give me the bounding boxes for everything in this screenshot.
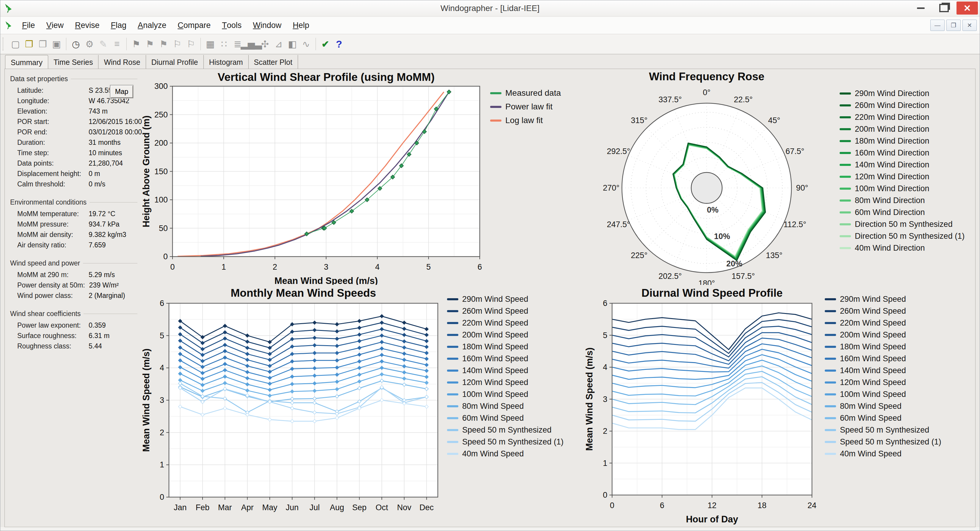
property-label: Surface roughness: [17,331,84,341]
flag-edit-button[interactable]: ⚑ [157,37,170,51]
report-view-button[interactable]: ◧ [286,37,299,51]
import-data-button[interactable]: ❐ [36,37,50,51]
menu-item-view[interactable]: View [41,17,70,34]
legend-label: 290m Wind Speed [462,295,528,304]
tab-scatter-plot[interactable]: Scatter Plot [249,55,298,70]
property-label: Time step: [17,148,84,158]
curve-fit-button[interactable]: ∿ [299,37,313,51]
svg-text:Jun: Jun [286,503,299,512]
svg-text:1: 1 [160,460,164,469]
legend-item: 290m Wind Speed [825,293,941,305]
scatter-view-icon: ∷ [221,39,227,50]
legend-swatch [447,358,458,360]
tab-summary[interactable]: Summary [5,55,48,70]
minimize-button[interactable] [910,2,932,14]
svg-text:Apr: Apr [241,503,254,512]
menu-item-help[interactable]: Help [287,17,315,34]
property-value: 12/06/2015 16:00 [89,116,142,127]
flag-search-icon: ⚐ [187,39,195,50]
legend-label: 200m Wind Speed [840,330,906,340]
flag-search-button[interactable]: ⚐ [184,37,198,51]
legend-swatch [825,453,836,455]
property-value: 7.659 [89,240,106,250]
tab-diurnal-profile[interactable]: Diurnal Profile [146,55,204,70]
tab-time-series[interactable]: Time Series [48,55,99,70]
legend-item: 160m Wind Speed [825,353,941,364]
property-value: 31 months [89,137,121,148]
edit-pencil-button[interactable]: ✎ [96,37,110,51]
data-columns-button[interactable]: ≡ [110,37,124,51]
svg-text:Wind Frequency Rose: Wind Frequency Rose [649,70,764,83]
legend-label: 200m Wind Speed [462,330,528,340]
legend-swatch [840,140,851,142]
legend-label: 40m Wind Speed [840,449,902,458]
time-step-button[interactable]: ◷ [69,37,83,51]
import-data-icon: ❐ [39,39,47,50]
property-row: Data points:21,280,704 [10,158,137,169]
svg-text:112.5°: 112.5° [783,220,806,229]
legend-label: Speed 50 m Synthesized (1) [462,437,563,447]
help-button[interactable]: ? [332,37,346,51]
table-view-button[interactable]: ▦ [204,37,217,51]
settings-gear-button[interactable]: ⚙ [83,37,96,51]
flag-remove-button[interactable]: ⚐ [170,37,184,51]
legend-label: Direction 50 m Synthesized (1) [855,232,964,241]
scatter-view-button[interactable]: ∷ [217,37,231,51]
menu-item-analyze[interactable]: Analyze [132,17,172,34]
legend-label: 290m Wind Direction [855,89,929,98]
legend-item: 180m Wind Speed [447,341,563,353]
svg-text:Mean Wind Speed (m/s): Mean Wind Speed (m/s) [584,348,595,451]
open-file-icon: ❐ [25,39,33,50]
menu-item-tools[interactable]: Tools [216,17,247,34]
save-button[interactable]: ▣ [50,37,64,51]
child-close-button[interactable]: ✕ [963,20,977,31]
table-view-icon: ▦ [206,39,215,50]
legend-swatch [825,393,836,396]
flag-add-button[interactable]: ⚑ [143,37,157,51]
svg-text:2: 2 [603,427,607,436]
windographer-logo-button[interactable]: ✔ [318,37,332,51]
legend-label: 290m Wind Speed [840,295,906,304]
wind-rose-view-button[interactable]: ✣ [258,37,272,51]
tab-histogram[interactable]: Histogram [204,55,249,70]
legend-label: Direction 50 m Synthesized [855,220,953,229]
legend-item: 100m Wind Speed [447,388,563,400]
child-restore-button[interactable]: ❐ [947,20,961,31]
menu-item-file[interactable]: File [16,17,41,34]
legend-swatch [825,334,836,336]
legend-swatch [447,429,458,431]
menu-item-window[interactable]: Window [247,17,287,34]
property-label: Duration: [17,137,84,148]
legend-item: 60m Wind Direction [840,206,964,218]
legend-label: 80m Wind Direction [855,196,925,205]
legend-swatch [825,382,836,383]
toolbar-separator [126,38,127,50]
legend-label: Speed 50 m Synthesized [462,426,551,435]
histogram-view-button[interactable]: ▂▅▃ [245,37,258,51]
legend-label: 140m Wind Direction [855,160,929,170]
shear-view-button[interactable]: ⊿ [272,37,286,51]
menu-item-compare[interactable]: Compare [172,17,216,34]
close-button[interactable] [956,2,978,14]
child-minimize-button[interactable]: — [930,20,945,31]
menu-item-flag[interactable]: Flag [105,17,132,34]
flag-button[interactable]: ⚑ [129,37,143,51]
sidebar-section: Wind shear coefficientsPower law exponen… [10,310,137,351]
legend-item: 220m Wind Speed [825,317,941,329]
wind-frequency-rose-chart: 0°22.5°45°67.5°90°112.5°135°157.5°180°20… [570,69,975,285]
open-file-button[interactable]: ❐ [22,37,36,51]
new-file-button[interactable]: ▢ [9,37,22,51]
legend-item: 140m Wind Speed [447,364,563,377]
legend-item: 40m Wind Direction [840,242,964,254]
property-value: 934.7 kPa [89,219,119,229]
sidebar-section: Data set propertiesLatitude:S 23.558923L… [10,75,137,189]
legend-label: Speed 50 m Synthesized [840,426,929,435]
svg-text:Aug: Aug [330,503,344,512]
restore-button[interactable] [933,2,955,14]
tab-wind-rose[interactable]: Wind Rose [99,55,146,70]
rose-chart-legend: 290m Wind Direction260m Wind Direction22… [840,87,964,254]
menu-item-revise[interactable]: Revise [69,17,105,34]
property-row: Wind power class:2 (Marginal) [10,291,137,301]
map-button[interactable]: Map [110,85,133,98]
legend-swatch [825,322,836,324]
